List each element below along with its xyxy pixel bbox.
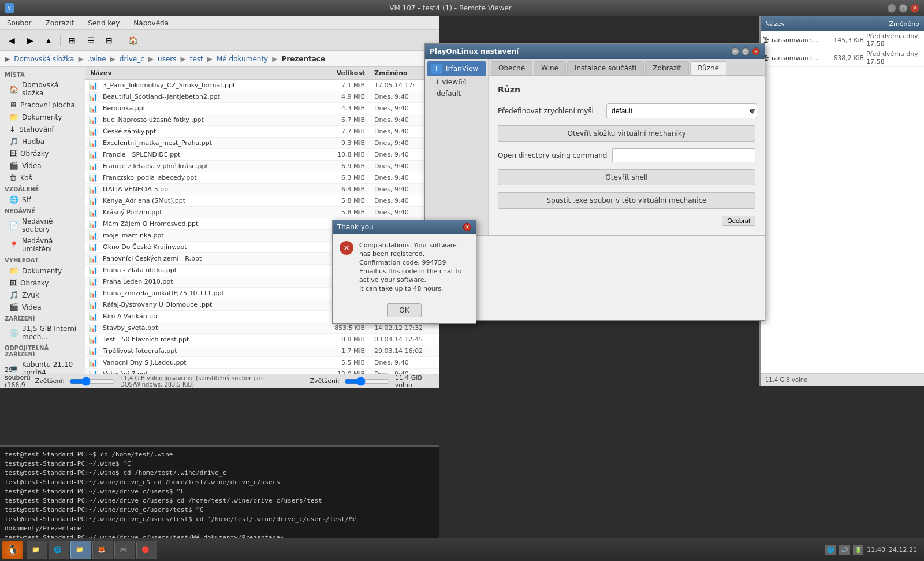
- taskbar-item-files[interactable]: 📁: [27, 541, 47, 559]
- tab-instalace[interactable]: Instalace součástí: [567, 61, 644, 75]
- sidebar-item-downloads[interactable]: ⬇ Stahování: [0, 123, 85, 135]
- taskbar-item-pol[interactable]: 🔴: [136, 541, 157, 559]
- sidebar-item-search-videos[interactable]: 🎬 Videa: [0, 301, 85, 313]
- right-file-date: Před dvěma dny, 17:58: [864, 32, 922, 47]
- right-file-row[interactable]: 🗜 ransomware.Vipasana.zip 638,2 KiB Před…: [761, 49, 924, 67]
- sidebar-item-search-audio[interactable]: 🎵 Zvuk: [0, 289, 85, 301]
- home-button[interactable]: 🏠: [125, 32, 141, 49]
- icons-view-button[interactable]: ⊞: [64, 32, 80, 49]
- sidebar-item-search-docs[interactable]: 📁 Dokumenty: [0, 265, 85, 277]
- col-header-name[interactable]: Název: [85, 69, 323, 77]
- taskbar-item-browser[interactable]: 🌐: [49, 541, 69, 559]
- breadcrumb-prezentace[interactable]: Prezentace: [280, 54, 327, 64]
- terminal[interactable]: test@test-Standard-PC:~$ cd /home/test/.…: [0, 445, 439, 538]
- taskbar-item-game[interactable]: 🎮: [114, 541, 135, 559]
- sidebar-item-recentfiles[interactable]: 📄 Nedávné soubory: [0, 216, 85, 235]
- dialog-ok-button[interactable]: OK: [387, 303, 422, 317]
- breadcrumb-users[interactable]: users: [156, 54, 178, 64]
- table-row[interactable]: 📊 3_Parni_lokomotivy_CZ_Siroky_format.pp…: [85, 80, 439, 91]
- table-row[interactable]: 📊 Test - 50 hlavních mest.ppt 8,8 MiB 03…: [85, 334, 439, 345]
- titlebar-controls[interactable]: ─ □ ✕: [887, 3, 919, 13]
- table-row[interactable]: 📊 ITALIA VENECIA 5.ppt 6,4 MiB Dnes, 9:4…: [85, 184, 439, 195]
- table-row[interactable]: 📊 České zámky.ppt 7,7 MiB Dnes, 9:40: [85, 126, 439, 138]
- file-name: Ráfáj-Bystrovany U Olomouce .ppt: [100, 301, 323, 309]
- table-row[interactable]: 📊 Vanocni Dny S J.Ladou.ppt 5,5 MiB Dnes…: [85, 357, 439, 369]
- sidebar-item-desktop[interactable]: 🖥 Pracovní plocha: [0, 99, 85, 111]
- table-row[interactable]: 📊 Veteráni 7.ppt 12,0 MiB Dnes, 9:40: [85, 369, 439, 374]
- sidebar-item-videos[interactable]: 🎬 Videa: [0, 159, 85, 172]
- minimize-button[interactable]: ─: [887, 3, 896, 13]
- sidebar-item-images[interactable]: 🖼 Obrázky: [0, 147, 85, 159]
- file-date: 14.02.12 17:32: [370, 324, 439, 332]
- breadcrumb-mydocs[interactable]: Mé dokumenty: [215, 54, 270, 64]
- pol-maximize-button[interactable]: □: [742, 47, 750, 55]
- table-row[interactable]: 📊 Stavby_sveta.ppt 853,5 KiB 14.02.12 17…: [85, 322, 439, 334]
- dialog-close-button[interactable]: ✕: [463, 223, 471, 231]
- taskbar-start-button[interactable]: 🐧: [2, 541, 23, 559]
- sidebar-item-device[interactable]: 💿 31,5 GiB Interní mech...: [0, 323, 85, 343]
- menu-napoveda[interactable]: Nápověda: [131, 18, 171, 28]
- pol-open-shell-button[interactable]: Otevřít shell: [498, 169, 755, 185]
- right-file-row[interactable]: 🗜 ransomware.Thanos.zip 145,3 KiB Před d…: [761, 31, 924, 49]
- ppt-file-icon: 📊: [88, 323, 98, 333]
- maximize-button[interactable]: □: [899, 3, 908, 13]
- tab-zobrazit[interactable]: Zobrazit: [645, 61, 689, 75]
- sidebar-item-network[interactable]: 🌐 Síť: [0, 194, 85, 206]
- terminal-line: test@test-Standard-PC:~/.wine$ ^C: [5, 459, 434, 469]
- tab-obecne[interactable]: Obecné: [491, 61, 532, 75]
- details-view-button[interactable]: ☰: [83, 32, 99, 49]
- breadcrumb-wine[interactable]: .wine: [86, 54, 108, 64]
- right-file-name: ransomware.Vipasana.zip: [769, 54, 821, 62]
- sidebar-item-search-images[interactable]: 🖼 Obrázky: [0, 277, 85, 289]
- menu-sendkey[interactable]: Send key: [85, 18, 122, 28]
- pol-run-exe-button[interactable]: Spustit .exe soubor v této virtuální mec…: [498, 192, 755, 209]
- pol-open-virtual-drive-button[interactable]: Otevřít složku virtuální mechaniky: [498, 125, 755, 142]
- back-button[interactable]: ◀: [3, 32, 20, 49]
- table-row[interactable]: 📊 bucl.Naprosto úžasné fotky .ppt 6,7 Mi…: [85, 114, 439, 126]
- table-row[interactable]: 📊 Excelentni_matka_mest_Praha.ppt 9,3 Mi…: [85, 138, 439, 149]
- up-button[interactable]: ▲: [40, 32, 57, 49]
- menu-zobrazit[interactable]: Zobrazit: [43, 18, 76, 28]
- columns-view-button[interactable]: ⊟: [101, 32, 117, 49]
- pol-mouse-accel-select[interactable]: default: [606, 103, 757, 118]
- pol-cmd-input[interactable]: [612, 148, 756, 162]
- pol-app-iview64[interactable]: i_view64: [427, 76, 486, 88]
- breadcrumb-sep-4: ▶: [181, 55, 186, 63]
- pol-minimize-button[interactable]: ─: [731, 47, 739, 55]
- zoom-slider[interactable]: [69, 377, 116, 386]
- tab-ruzne[interactable]: Různé: [690, 61, 726, 75]
- col-header-size[interactable]: Velikost: [323, 69, 370, 77]
- sidebar-item-documents[interactable]: 📁 Dokumenty: [0, 111, 85, 123]
- table-row[interactable]: 📊 Krásný Podzim.ppt 5,8 MiB Dnes, 9:40: [85, 207, 439, 218]
- pol-remove-button[interactable]: Odebrat: [722, 216, 755, 226]
- file-list-header: Název Velikost Změněno: [85, 67, 439, 80]
- table-row[interactable]: 📊 Franczsko_podla_abecedy.ppt 6,3 MiB Dn…: [85, 172, 439, 184]
- breadcrumb-drivec[interactable]: drive_c: [118, 54, 146, 64]
- breadcrumb-home[interactable]: Domovská složka: [12, 54, 76, 64]
- tab-wine[interactable]: Wine: [534, 61, 566, 75]
- breadcrumb-test[interactable]: test: [188, 54, 205, 64]
- table-row[interactable]: 📊 Francie z letadla v plné kráse.ppt 6,9…: [85, 161, 439, 172]
- zoom-slider-right[interactable]: [344, 377, 390, 386]
- sidebar-item-recentplaces[interactable]: 📍 Nedávná umístění: [0, 235, 85, 255]
- file-name: ITALIA VENECIA 5.ppt: [100, 185, 323, 193]
- table-row[interactable]: 📊 Berounka.ppt 4,3 MiB Dnes, 9:40: [85, 103, 439, 114]
- table-row[interactable]: 📊 Beautiful_Scotland--Jantjebeton2.ppt 4…: [85, 91, 439, 103]
- sidebar-item-home[interactable]: 🏠 Domovská složka: [0, 79, 85, 99]
- sidebar-item-music[interactable]: 🎵 Hudba: [0, 135, 85, 147]
- taskbar-item-dolphin[interactable]: 📁: [70, 541, 91, 559]
- sidebar-item-trash[interactable]: 🗑 Koš: [0, 172, 85, 184]
- table-row[interactable]: 📊 Kenya_Adriana (SMut).ppt 5,8 MiB Dnes,…: [85, 195, 439, 207]
- ppt-file-icon: 📊: [88, 265, 98, 276]
- table-row[interactable]: 📊 Francie - SPLENDIDE.ppt 10,8 MiB Dnes,…: [85, 149, 439, 161]
- forward-button[interactable]: ▶: [22, 32, 38, 49]
- pol-close-button[interactable]: ✕: [752, 47, 760, 55]
- pol-titlebar-buttons[interactable]: ─ □ ✕: [731, 47, 760, 55]
- pol-app-default[interactable]: default: [427, 88, 486, 99]
- breadcrumb: ▶ Domovská složka ▶ .wine ▶ drive_c ▶ us…: [0, 51, 439, 67]
- table-row[interactable]: 📊 Trpělivost fotografa.ppt 1,7 MiB 29.03…: [85, 345, 439, 357]
- pol-app-irfanview[interactable]: I IrfanView: [427, 61, 486, 76]
- taskbar-item-firefox[interactable]: 🦊: [92, 541, 113, 559]
- close-button[interactable]: ✕: [910, 3, 919, 13]
- menu-soubor[interactable]: Soubor: [5, 18, 33, 28]
